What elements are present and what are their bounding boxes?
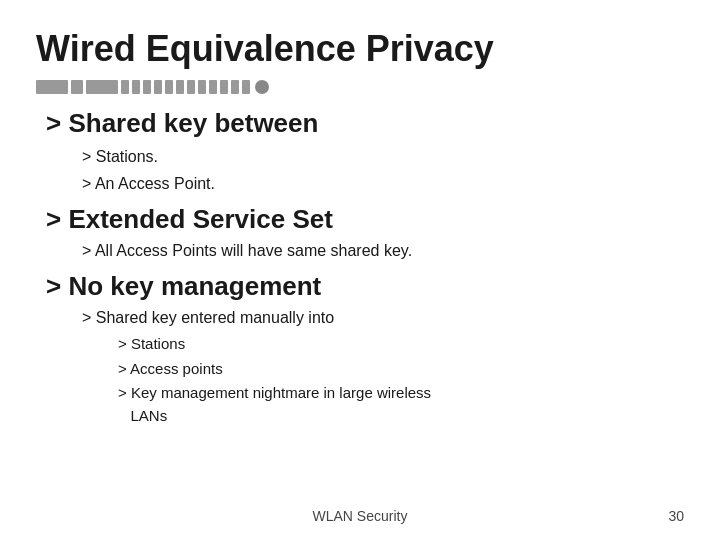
sub-3-4: > Key management nightmare in large wire… [118, 382, 684, 427]
top-deco-bar [36, 80, 684, 94]
footer-text: WLAN Security [313, 508, 408, 524]
footer: WLAN Security [0, 508, 720, 524]
heading-1: > Shared key between [46, 108, 684, 139]
sub-3-3: > Access points [118, 358, 684, 381]
sub-2-1: > All Access Points will have same share… [82, 239, 684, 263]
sub-1-1: > Stations. [82, 145, 684, 169]
heading-3: > No key management [46, 271, 684, 302]
bottom-deco-bar [200, 484, 409, 498]
slide: Wired Equivalence Privacy > Shared key b… [0, 0, 720, 540]
slide-content: > Shared key between > Stations. > An Ac… [36, 108, 684, 427]
slide-title: Wired Equivalence Privacy [36, 28, 684, 70]
sub-3-1: > Shared key entered manually into [82, 306, 684, 330]
footer-page: 30 [668, 508, 684, 524]
sub-1-2: > An Access Point. [82, 172, 684, 196]
sub-3-2: > Stations [118, 333, 684, 356]
heading-2: > Extended Service Set [46, 204, 684, 235]
